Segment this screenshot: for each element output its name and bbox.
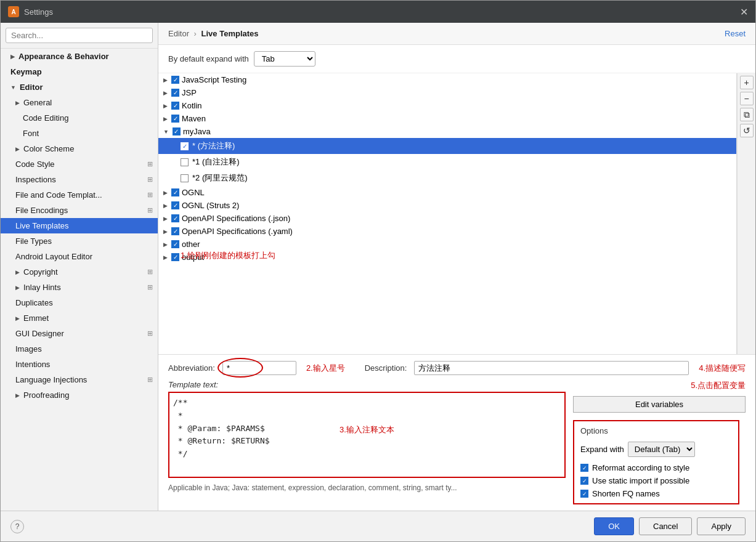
copy-template-button[interactable]: ⧉ [740,108,754,121]
sidebar-item-font[interactable]: Font [1,126,158,141]
sidebar-item-live-templates[interactable]: Live Templates [1,218,158,233]
abbreviation-input[interactable] [222,361,296,375]
group-ognl[interactable]: ▶ ✓ OGNL [158,186,736,199]
sidebar-item-intentions[interactable]: Intentions [1,357,158,372]
main-area: ▶ ✓ JavaScript Testing ▶ ✓ JSP ▶ [158,73,755,354]
add-template-button[interactable]: + [740,76,754,89]
sidebar-item-inlay-hints[interactable]: ▶ Inlay Hints ⊞ [1,280,158,295]
description-input[interactable] [414,361,689,375]
expand-with-options-select[interactable]: Default (Tab) Tab Enter Space [628,442,695,457]
sidebar-item-proofreading[interactable]: ▶ Proofreading [1,387,158,403]
annotation-step2: 2.输入星号 [306,363,345,374]
group-checkbox-other[interactable]: ✓ [171,240,179,248]
templates-list: ▶ ✓ JavaScript Testing ▶ ✓ JSP ▶ [158,73,737,354]
triangle-icon: ▶ [15,100,20,106]
app-icon: A [8,6,19,17]
title-bar: A Settings ✕ [1,1,755,23]
checkbox-reformat-icon[interactable]: ✓ [580,464,588,472]
apply-button[interactable]: Apply [697,517,746,535]
template-label-method-comment: * (方法注释) [192,140,235,152]
sidebar-item-images[interactable]: Images [1,341,158,357]
sidebar-item-general[interactable]: ▶ General [1,95,158,110]
sidebar-item-color-scheme[interactable]: ▶ Color Scheme [1,141,158,156]
group-maven[interactable]: ▶ ✓ Maven [158,112,736,125]
edit-variables-button[interactable]: Edit variables [573,396,746,413]
sidebar-item-gui-designer[interactable]: GUI Designer ⊞ [1,326,158,341]
expand-icon: ▶ [163,103,168,109]
group-label-js-testing: JavaScript Testing [182,75,246,84]
applicable-text: Applicable in Java; Java: statement, exp… [168,483,566,492]
lang-inj-icon: ⊞ [147,376,153,384]
sidebar-item-language-injections[interactable]: Language Injections ⊞ [1,372,158,387]
sidebar-item-file-encodings[interactable]: File Encodings ⊞ [1,203,158,218]
group-label-openapi-json: OpenAPI Specifications (.json) [182,214,290,223]
group-checkbox-kotlin[interactable]: ✓ [171,102,179,110]
sidebar-item-editor[interactable]: ▼ Editor [1,79,158,95]
group-myjava[interactable]: ▼ ✓ myJava [158,125,736,138]
group-checkbox-js-testing[interactable]: ✓ [171,76,179,84]
group-label-output: output [182,253,204,262]
sidebar-item-copyright[interactable]: ▶ Copyright ⊞ [1,264,158,280]
group-openapi-yaml[interactable]: ▶ ✓ OpenAPI Specifications (.yaml) [158,225,736,238]
template-edit-area: Template text: /** * * @Param: $PARAMS$ … [168,380,746,504]
sidebar-item-appearance[interactable]: ▶ Appearance & Behavior [1,49,158,64]
template-item-method-comment[interactable]: ✓ * (方法注释) [158,138,736,154]
checkbox-reformat-label: Reformat according to style [592,463,689,472]
group-checkbox-myjava[interactable]: ✓ [173,127,181,136]
group-checkbox-openapi-yaml[interactable]: ✓ [171,227,179,235]
inlay-icon: ⊞ [147,283,153,291]
close-button[interactable]: ✕ [740,6,748,18]
help-button[interactable]: ? [10,520,24,533]
sidebar-item-android-layout-editor[interactable]: Android Layout Editor [1,249,158,264]
template-checkbox-alibaba-comment[interactable] [181,174,189,182]
template-item-alibaba-comment[interactable]: *2 (阿里云规范) [158,170,736,186]
group-kotlin[interactable]: ▶ ✓ Kotlin [158,99,736,112]
group-output[interactable]: ▶ ✓ output [158,251,736,264]
reset-link[interactable]: Reset [725,29,746,38]
dialog-footer: ? OK Cancel Apply [1,511,755,541]
expand-with-select[interactable]: Tab Enter Space [254,51,315,67]
expand-with-options-row: Expand with Default (Tab) Tab Enter Spac… [580,442,732,457]
sidebar-item-inspections[interactable]: Inspections ⊞ [1,172,158,187]
ok-button[interactable]: OK [594,517,634,535]
group-checkbox-ognl[interactable]: ✓ [171,188,179,196]
group-ognl-struts2[interactable]: ▶ ✓ OGNL (Struts 2) [158,199,736,212]
sidebar-item-keymap[interactable]: Keymap [1,64,158,79]
expand-with-row: By default expand with Tab Enter Space [158,45,755,73]
right-options-panel: 5.点击配置变量 Edit variables Options Expand w… [573,380,746,504]
template-item-class-comment[interactable]: *1 (自注注释) [158,154,736,170]
checkbox-static-import-label: Use static import if possible [592,476,689,485]
sidebar-item-file-types[interactable]: File Types [1,233,158,249]
remove-template-button[interactable]: − [740,92,754,105]
sidebar-item-file-code-templates[interactable]: File and Code Templat... ⊞ [1,187,158,203]
group-checkbox-ognl-struts2[interactable]: ✓ [171,201,179,209]
sidebar-item-code-style[interactable]: Code Style ⊞ [1,156,158,172]
template-checkbox-class-comment[interactable] [181,158,189,166]
cancel-button[interactable]: Cancel [639,517,692,535]
triangle-icon: ▶ [15,146,20,152]
group-js-testing[interactable]: ▶ ✓ JavaScript Testing [158,73,736,86]
triangle-icon: ▶ [15,392,20,398]
tl-sidebar-buttons: + − ⧉ ↺ [737,73,755,354]
annotation-step4: 4.描述随便写 [699,363,746,374]
sidebar-item-duplicates[interactable]: Duplicates [1,295,158,310]
checkbox-shorten-fq-icon[interactable]: ✓ [580,490,588,498]
expand-icon: ▶ [163,190,168,196]
checkbox-static-import-icon[interactable]: ✓ [580,477,588,485]
checkbox-static-import: ✓ Use static import if possible [580,476,732,485]
sidebar-item-code-editing[interactable]: Code Editing [1,110,158,126]
search-input[interactable] [6,28,153,43]
checkbox-reformat: ✓ Reformat according to style [580,463,732,472]
group-checkbox-maven[interactable]: ✓ [171,115,179,123]
template-checkbox-method-comment[interactable]: ✓ [181,142,189,150]
sidebar-item-emmet[interactable]: ▶ Emmet [1,310,158,326]
group-checkbox-openapi-json[interactable]: ✓ [171,214,179,222]
group-checkbox-jsp[interactable]: ✓ [171,89,179,97]
group-other[interactable]: ▶ ✓ other [158,238,736,251]
sidebar: ▶ Appearance & Behavior Keymap ▼ Editor … [1,23,158,511]
group-jsp[interactable]: ▶ ✓ JSP [158,86,736,99]
template-textarea[interactable]: /** * * @Param: $PARAMS$ * @Return: $RET… [168,392,566,478]
undo-template-button[interactable]: ↺ [740,124,754,137]
group-checkbox-output[interactable]: ✓ [171,253,179,261]
group-openapi-json[interactable]: ▶ ✓ OpenAPI Specifications (.json) [158,212,736,225]
